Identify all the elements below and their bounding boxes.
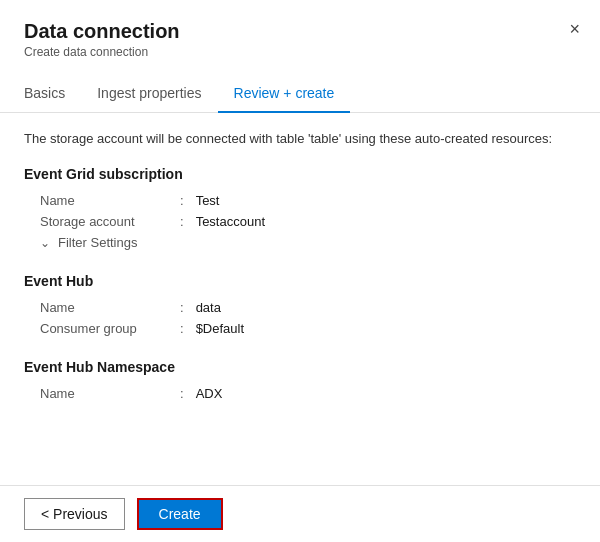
section-event-grid: Event Grid subscription Name : Test Stor… [24, 166, 576, 253]
close-button[interactable]: × [565, 16, 584, 42]
description-text: The storage account will be connected wi… [24, 131, 576, 146]
dialog-header: Data connection Create data connection × [0, 0, 600, 59]
dialog-body: The storage account will be connected wi… [0, 113, 600, 485]
event-hub-name-label: Name [40, 300, 180, 315]
event-grid-storage-value: Testaccount [196, 214, 265, 229]
event-grid-title: Event Grid subscription [24, 166, 576, 182]
event-hub-namespace-title: Event Hub Namespace [24, 359, 576, 375]
create-button[interactable]: Create [137, 498, 223, 530]
event-grid-storage-row: Storage account : Testaccount [24, 211, 576, 232]
filter-settings-label: Filter Settings [58, 235, 137, 250]
dialog-subtitle: Create data connection [24, 45, 576, 59]
data-connection-dialog: Data connection Create data connection ×… [0, 0, 600, 542]
tab-review-create[interactable]: Review + create [218, 75, 351, 113]
event-grid-name-row: Name : Test [24, 190, 576, 211]
event-hub-consumer-label: Consumer group [40, 321, 180, 336]
event-hub-name-row: Name : data [24, 297, 576, 318]
event-hub-consumer-value: $Default [196, 321, 244, 336]
tab-ingest-properties[interactable]: Ingest properties [81, 75, 217, 113]
dialog-title: Data connection [24, 20, 576, 43]
event-hub-namespace-name-value: ADX [196, 386, 223, 401]
tab-bar: Basics Ingest properties Review + create [0, 75, 600, 113]
dialog-footer: < Previous Create [0, 485, 600, 542]
tab-basics[interactable]: Basics [24, 75, 81, 113]
chevron-down-icon: ⌄ [40, 236, 50, 250]
filter-settings-row[interactable]: ⌄ Filter Settings [24, 232, 576, 253]
section-event-hub-namespace: Event Hub Namespace Name : ADX [24, 359, 576, 404]
event-grid-storage-label: Storage account [40, 214, 180, 229]
event-hub-title: Event Hub [24, 273, 576, 289]
event-hub-namespace-name-label: Name [40, 386, 180, 401]
event-grid-name-value: Test [196, 193, 220, 208]
event-hub-consumer-row: Consumer group : $Default [24, 318, 576, 339]
event-hub-name-value: data [196, 300, 221, 315]
event-hub-namespace-name-row: Name : ADX [24, 383, 576, 404]
section-event-hub: Event Hub Name : data Consumer group : $… [24, 273, 576, 339]
previous-button[interactable]: < Previous [24, 498, 125, 530]
event-grid-name-label: Name [40, 193, 180, 208]
